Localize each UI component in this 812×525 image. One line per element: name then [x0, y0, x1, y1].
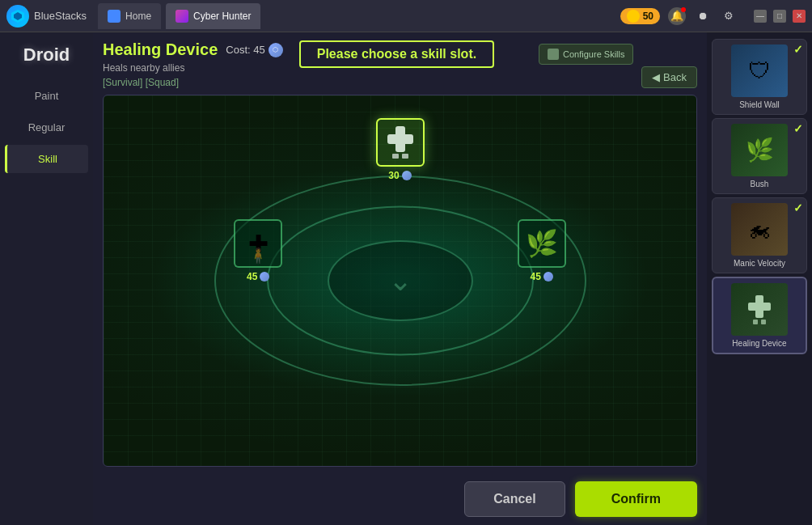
medic-figure-icon: 🧍 [249, 247, 267, 265]
shield-wall-check-icon: ✓ [793, 43, 803, 56]
close-button[interactable]: ✕ [793, 10, 806, 23]
skill-slot-right[interactable]: 🌿 45 [518, 219, 566, 282]
back-button[interactable]: ◀ Back [641, 66, 697, 88]
skill-name: Healing Device [103, 40, 218, 59]
brand-name: BlueStacks [34, 10, 87, 22]
minimize-button[interactable]: — [754, 10, 767, 23]
game-tab-icon [176, 10, 188, 23]
skill-prompt: Please choose a skill slot. [299, 40, 494, 68]
bush-icon: 🌿 [526, 228, 558, 259]
svg-rect-9 [761, 320, 766, 324]
slot-top-cost-icon [402, 171, 412, 180]
cancel-button[interactable]: Cancel [464, 481, 565, 517]
svg-rect-8 [753, 320, 758, 324]
skill-card-bush[interactable]: ✓ 🌿 Bush [712, 118, 807, 194]
slot-icon-left[interactable]: ✚ 🧍 [234, 219, 282, 268]
slot-right-cost-icon [543, 272, 553, 282]
skill-slot-top[interactable]: 30 [376, 118, 425, 181]
slot-left-cost-icon [260, 272, 269, 282]
slot-icon-right[interactable]: 🌿 [518, 219, 566, 268]
notification-bell-icon[interactable]: 🔔 [668, 7, 686, 25]
content-area: Healing Device Cost: 45 ⬡ Heals nearby a… [93, 32, 707, 525]
notification-dot [681, 7, 686, 12]
right-panel: ✓ 🛡 Shield Wall ✓ 🌿 Bush ✓ 🏍 Manic Veloc… [707, 32, 812, 525]
sidebar-item-paint[interactable]: Paint [5, 82, 89, 110]
bush-name: Bush [751, 180, 769, 188]
configure-skills-button[interactable]: Configure Skills [539, 44, 633, 65]
shield-wall-icon: 🛡 [731, 44, 788, 97]
bluestacks-logo [6, 5, 29, 28]
cost-icon: ⬡ [269, 43, 283, 57]
manic-velocity-name: Manic Velocity [734, 259, 785, 268]
home-tab[interactable]: Home [98, 3, 161, 29]
slot-right-label: 45 [531, 271, 553, 282]
manic-velocity-icon: 🏍 [731, 203, 788, 256]
skill-info-col: Healing Device Cost: 45 ⬡ Heals nearby a… [103, 40, 283, 95]
title-bar: BlueStacks Home Cyber Hunter 50 🔔 ⏺ ⚙ — … [0, 0, 812, 32]
confirm-button[interactable]: Confirm [575, 481, 697, 517]
app-area: Droid Paint Regular Skill Healing Device… [0, 32, 812, 525]
svg-rect-7 [748, 303, 771, 311]
healing-device-card-icon [731, 283, 788, 336]
arena-center-logo: ⌄ [376, 256, 425, 305]
bush-card-icon: 🌿 [731, 124, 788, 176]
app-title: Droid [23, 44, 70, 66]
game-tab[interactable]: Cyber Hunter [166, 3, 260, 29]
svg-rect-3 [387, 134, 413, 144]
skill-description: Heals nearby allies [103, 62, 283, 74]
sidebar-item-skill[interactable]: Skill [5, 145, 89, 173]
manic-velocity-check-icon: ✓ [793, 201, 803, 214]
coin-icon [627, 10, 640, 23]
record-icon[interactable]: ⏺ [694, 7, 712, 25]
window-controls: — □ ✕ [754, 10, 806, 23]
slot-left-label: 45 [247, 271, 269, 282]
configure-icon [548, 49, 559, 60]
slot-icon-top[interactable] [376, 118, 425, 167]
skill-card-shield-wall[interactable]: ✓ 🛡 Shield Wall [712, 39, 807, 115]
coin-badge: 50 [620, 8, 660, 24]
skill-card-healing-device[interactable]: Healing Device [712, 277, 807, 354]
settings-icon[interactable]: ⚙ [720, 7, 738, 25]
healing-device-card-name: Healing Device [732, 339, 786, 348]
sidebar-item-regular[interactable]: Regular [5, 113, 89, 142]
svg-rect-5 [402, 154, 408, 159]
skill-slot-left[interactable]: ✚ 🧍 45 [234, 219, 282, 282]
maximize-button[interactable]: □ [773, 10, 786, 23]
left-sidebar: Droid Paint Regular Skill [0, 32, 93, 525]
slot-top-label: 30 [388, 170, 411, 181]
arena-container: ⌄ 30 ✚ [103, 95, 697, 467]
title-bar-left: BlueStacks Home Cyber Hunter [6, 3, 620, 29]
bottom-bar: Cancel Confirm [103, 475, 697, 517]
prompt-row: Please choose a skill slot. Configure Sk… [291, 40, 634, 68]
skill-card-manic-velocity[interactable]: ✓ 🏍 Manic Velocity [712, 197, 807, 273]
cost-badge: Cost: 45 ⬡ [226, 43, 282, 57]
shield-wall-name: Shield Wall [739, 100, 780, 109]
svg-rect-4 [392, 154, 399, 159]
title-bar-right: 50 🔔 ⏺ ⚙ — □ ✕ [620, 7, 806, 25]
bush-check-icon: ✓ [793, 122, 803, 135]
content-header: Healing Device Cost: 45 ⬡ Heals nearby a… [103, 40, 697, 95]
home-tab-icon [108, 10, 121, 23]
skill-tags: [Survival] [Squad] [103, 77, 283, 88]
